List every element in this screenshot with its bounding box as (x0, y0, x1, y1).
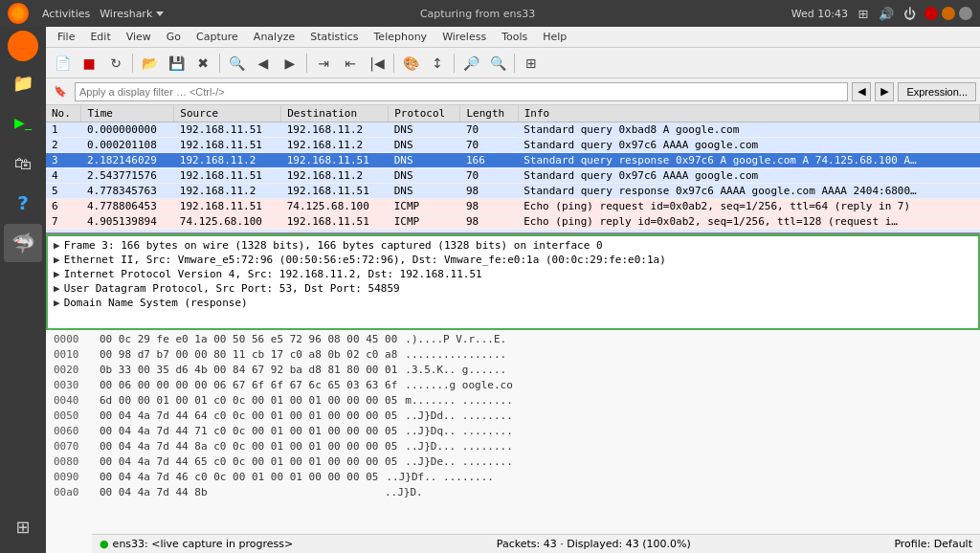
hex-ascii: ..J}De.. ........ (405, 454, 513, 470)
packet-detail[interactable]: ▶Frame 3: 166 bytes on wire (1328 bits),… (46, 234, 980, 330)
toolbar-search-btn[interactable]: 🔍 (224, 52, 249, 75)
toolbar-color-btn[interactable]: 🎨 (398, 52, 423, 75)
network-icon[interactable]: ⊞ (856, 6, 871, 21)
toolbar-open-btn[interactable]: 📂 (137, 52, 162, 75)
packet-count: Packets: 43 · Displayed: 43 (100.0%) (497, 538, 691, 550)
volume-icon[interactable]: 🔊 (879, 6, 894, 21)
toolbar-save-btn[interactable]: 💾 (164, 52, 189, 75)
sidebar-icon-files[interactable]: 📁 (4, 63, 42, 101)
window-title: Capturing from ens33 (164, 8, 791, 20)
toolbar-sep6 (514, 54, 515, 73)
ready-icon: ● (100, 538, 109, 550)
maximize-button[interactable] (959, 7, 972, 20)
table-row[interactable]: 32.182146029192.168.11.2192.168.11.51DNS… (46, 153, 980, 168)
hex-bytes: 0b 33 00 35 d6 4b 00 84 67 92 ba d8 81 8… (100, 363, 397, 378)
toolbar-jump-btn[interactable]: ⇥ (311, 52, 336, 75)
toolbar-close-btn[interactable]: ✖ (190, 52, 215, 75)
sidebar-icon-terminal[interactable]: ▶_ (4, 103, 42, 142)
packet-list[interactable]: No. Time Source Destination Protocol Len… (46, 105, 980, 234)
filter-input[interactable] (75, 82, 848, 101)
hex-offset: 0020 (54, 363, 92, 378)
hex-row: 003000 06 00 00 00 00 06 67 6f 6f 67 6c … (54, 378, 972, 393)
detail-line[interactable]: ▶User Datagram Protocol, Src Port: 53, D… (50, 281, 976, 296)
toolbar-resize-btn[interactable]: ↕ (425, 52, 450, 75)
hex-row: 007000 04 4a 7d 44 8a c0 0c 00 01 00 01 … (54, 439, 972, 454)
hex-bytes: 00 04 4a 7d 44 65 c0 0c 00 01 00 01 00 0… (100, 454, 397, 470)
col-destination: Destination (281, 105, 389, 122)
hex-bytes: 00 04 4a 7d 46 c0 0c 00 01 00 01 00 00 0… (100, 470, 378, 485)
firefox-icon[interactable] (8, 3, 29, 24)
table-row[interactable]: 20.000201108192.168.11.51192.168.11.2DNS… (46, 138, 980, 153)
hex-offset: 00a0 (54, 485, 92, 500)
hex-row: 000000 0c 29 fe e0 1a 00 50 56 e5 72 96 … (54, 332, 972, 347)
table-row[interactable]: 64.778806453192.168.11.5174.125.68.100IC… (46, 199, 980, 214)
statusbar: ● ens33: <live capture in progress> Pack… (92, 534, 980, 553)
toolbar-zoom-in-btn[interactable]: 🔎 (458, 52, 483, 75)
toolbar: 📄 ■ ↻ 📂 💾 ✖ 🔍 ◀ ▶ ⇥ ⇤ |◀ 🎨 ↕ 🔎 🔍 ⊞ (46, 48, 980, 78)
hex-bytes: 00 04 4a 7d 44 64 c0 0c 00 01 00 01 00 0… (100, 409, 397, 424)
interface-status: ens33: <live capture in progress> (113, 538, 294, 550)
menu-statistics[interactable]: Statistics (302, 29, 366, 45)
toolbar-new-btn[interactable]: 📄 (50, 52, 75, 75)
toolbar-zoom-out-btn[interactable]: 🔍 (485, 52, 510, 75)
triangle-icon: ▶ (54, 239, 60, 252)
menu-wireless[interactable]: Wireless (434, 29, 494, 45)
menu-telephony[interactable]: Telephony (367, 29, 435, 45)
hex-ascii: ..J}D... ........ (405, 439, 513, 454)
filter-arrow-right[interactable]: ▶ (875, 82, 894, 101)
toolbar-sep4 (393, 54, 394, 73)
hex-bytes: 00 04 4a 7d 44 71 c0 0c 00 01 00 01 00 0… (100, 424, 397, 439)
toolbar-window-btn[interactable]: ⊞ (519, 52, 544, 75)
detail-line[interactable]: ▶Frame 3: 166 bytes on wire (1328 bits),… (50, 238, 976, 253)
close-button[interactable] (924, 7, 938, 20)
menu-tools[interactable]: Tools (494, 29, 535, 45)
detail-line[interactable]: ▶Internet Protocol Version 4, Src: 192.1… (50, 267, 976, 281)
toolbar-stop-btn[interactable]: ■ (77, 52, 101, 75)
triangle-icon: ▶ (54, 282, 60, 295)
sidebar-icon-wireshark[interactable]: 🦈 (4, 224, 42, 262)
menu-capture[interactable]: Capture (189, 29, 246, 45)
hex-view[interactable]: 000000 0c 29 fe e0 1a 00 50 56 e5 72 96 … (46, 330, 980, 553)
table-row[interactable]: 42.543771576192.168.11.51192.168.11.2DNS… (46, 168, 980, 184)
hex-row: 00a000 04 4a 7d 44 8b..J}D. (54, 485, 972, 500)
triangle-icon: ▶ (54, 268, 60, 280)
topbar-right: Wed 10:43 ⊞ 🔊 ⏻ (791, 6, 972, 21)
menu-file[interactable]: File (50, 29, 82, 45)
menu-edit[interactable]: Edit (82, 29, 118, 45)
toolbar-sep5 (454, 54, 455, 73)
menu-go[interactable]: Go (159, 29, 189, 45)
toolbar-refresh-btn[interactable]: ↻ (103, 52, 128, 75)
toolbar-jump-first-btn[interactable]: |◀ (365, 52, 390, 75)
sidebar-icon-help[interactable]: ? (4, 184, 42, 222)
main-area: File Edit View Go Capture Analyze Statis… (46, 27, 980, 553)
hex-ascii: .3.5.K.. g...... (405, 363, 506, 378)
detail-line[interactable]: ▶Domain Name System (response) (50, 296, 976, 310)
menubar: File Edit View Go Capture Analyze Statis… (46, 27, 980, 48)
toolbar-next-btn[interactable]: ▶ (278, 52, 302, 75)
activities-button[interactable]: Activities (42, 8, 90, 20)
table-row[interactable]: 74.90513989474.125.68.100192.168.11.51IC… (46, 214, 980, 230)
menu-view[interactable]: View (119, 29, 159, 45)
menu-help[interactable]: Help (535, 29, 574, 45)
hex-ascii: ................ (405, 347, 506, 363)
power-icon[interactable]: ⏻ (902, 6, 917, 21)
toolbar-jump-back-btn[interactable]: ⇤ (338, 52, 363, 75)
filterbar: 🔖 ◀ ▶ Expression... (46, 78, 980, 105)
sidebar-icon-grid[interactable]: ⊞ (4, 507, 42, 545)
app-menu-button[interactable]: Wireshark (100, 8, 164, 20)
detail-line[interactable]: ▶Ethernet II, Src: Vmware_e5:72:96 (00:5… (50, 253, 976, 267)
hex-row: 009000 04 4a 7d 46 c0 0c 00 01 00 01 00 … (54, 470, 972, 485)
menu-analyze[interactable]: Analyze (246, 29, 302, 45)
minimize-button[interactable] (942, 7, 955, 20)
filter-bookmark-icon[interactable]: 🔖 (50, 81, 71, 102)
table-row[interactable]: 54.778345763192.168.11.2192.168.11.51DNS… (46, 184, 980, 199)
filter-arrow-left[interactable]: ◀ (852, 82, 871, 101)
table-row[interactable]: 10.000000000192.168.11.51192.168.11.2DNS… (46, 122, 980, 138)
hex-bytes: 00 0c 29 fe e0 1a 00 50 56 e5 72 96 08 0… (100, 332, 397, 347)
toolbar-prev-btn[interactable]: ◀ (251, 52, 276, 75)
expression-button[interactable]: Expression... (898, 82, 976, 101)
col-info: Info (518, 105, 979, 122)
sidebar-icon-store[interactable]: 🛍 (4, 144, 42, 182)
sidebar-icon-firefox[interactable] (8, 31, 38, 61)
packet-table: No. Time Source Destination Protocol Len… (46, 105, 980, 234)
